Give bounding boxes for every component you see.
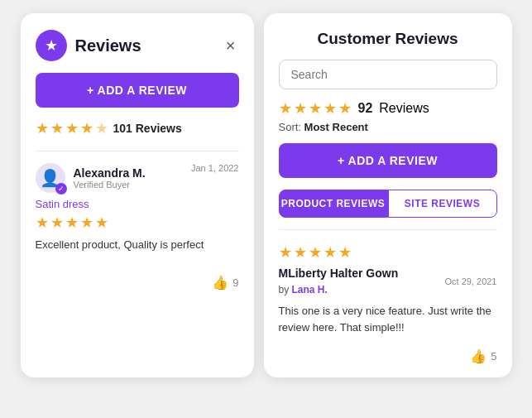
star-5-half: ★ bbox=[95, 119, 108, 137]
right-thumbs-up-icon[interactable]: 👍 bbox=[470, 348, 486, 364]
search-input[interactable] bbox=[279, 60, 497, 89]
left-stars: ★ ★ ★ ★ ★ bbox=[36, 119, 108, 137]
left-avatar: 👤 ✓ bbox=[36, 163, 65, 193]
r-star-5: ★ bbox=[95, 214, 108, 232]
right-card: Customer Reviews ★ ★ ★ ★ ★ 92 Reviews So… bbox=[264, 13, 512, 377]
rr-star-4: ★ bbox=[324, 243, 337, 262]
rr-star-2: ★ bbox=[294, 243, 307, 262]
left-card: ★ Reviews × + ADD A REVIEW ★ ★ ★ ★ ★ 101… bbox=[21, 13, 254, 377]
right-product-info: MLiberty Halter Gown by Lana H. bbox=[279, 267, 399, 296]
star-3: ★ bbox=[65, 119, 79, 137]
star-1: ★ bbox=[36, 119, 49, 137]
right-stars: ★ ★ ★ ★ ★ bbox=[279, 99, 352, 118]
left-review-count: 101 Reviews bbox=[113, 122, 182, 135]
left-thumbs-row: 👍 9 bbox=[36, 275, 239, 291]
right-thumbs-row: 👍 5 bbox=[279, 348, 497, 364]
star-2: ★ bbox=[50, 119, 64, 137]
right-product-name: MLiberty Halter Gown bbox=[279, 267, 399, 280]
right-card-title: Customer Reviews bbox=[279, 30, 497, 48]
left-thumbs-count: 9 bbox=[232, 276, 238, 289]
right-star-1: ★ bbox=[279, 99, 292, 118]
tab-product-reviews[interactable]: PRODUCT REVIEWS bbox=[279, 190, 388, 218]
left-card-header: ★ Reviews × bbox=[36, 30, 239, 61]
left-review-stars: ★ ★ ★ ★ ★ bbox=[36, 214, 239, 232]
r-star-3: ★ bbox=[65, 214, 79, 232]
rr-star-5: ★ bbox=[338, 243, 352, 262]
r-star-2: ★ bbox=[50, 214, 64, 232]
right-star-3: ★ bbox=[309, 99, 322, 118]
right-reviewer-byline: by Lana H. bbox=[279, 284, 328, 295]
right-review-text: This one is a very nice feature. Just wr… bbox=[279, 303, 497, 335]
r-star-1: ★ bbox=[36, 214, 49, 232]
left-divider bbox=[36, 151, 239, 151]
left-review-text: Excellent product, Quality is perfect bbox=[36, 237, 239, 253]
right-review-date: Oct 29, 2021 bbox=[445, 276, 497, 286]
add-review-button-left[interactable]: + ADD A REVIEW bbox=[36, 73, 239, 108]
close-button[interactable]: × bbox=[223, 36, 239, 55]
right-thumbs-count: 5 bbox=[491, 350, 496, 363]
left-card-title: Reviews bbox=[75, 36, 141, 55]
right-sort-row: Sort: Most Recent bbox=[279, 121, 497, 133]
left-review-date: Jan 1, 2022 bbox=[191, 163, 239, 173]
right-review-count-bold: 92 bbox=[358, 101, 373, 116]
by-label: by bbox=[279, 284, 290, 295]
header-title-group: ★ Reviews bbox=[36, 30, 141, 61]
left-verified-label: Verified Buyer bbox=[74, 180, 146, 190]
right-review-card: ★ ★ ★ ★ ★ MLiberty Halter Gown by Lana H… bbox=[279, 243, 497, 335]
rr-star-3: ★ bbox=[309, 243, 322, 262]
right-review-label: Reviews bbox=[379, 101, 429, 116]
thumbs-up-icon[interactable]: 👍 bbox=[212, 275, 228, 291]
left-product-link[interactable]: Satin dress bbox=[36, 198, 239, 210]
right-reviewer-name: Lana H. bbox=[292, 284, 328, 295]
right-star-4: ★ bbox=[324, 99, 337, 118]
sort-label: Sort: bbox=[279, 121, 301, 133]
tab-site-reviews[interactable]: SITE REVIEWS bbox=[388, 190, 497, 218]
add-review-button-right[interactable]: + ADD A REVIEW bbox=[279, 143, 497, 178]
left-reviewer-text: Alexandra M. Verified Buyer bbox=[74, 166, 146, 190]
sort-value: Most Recent bbox=[304, 121, 368, 133]
left-review-header: 👤 ✓ Alexandra M. Verified Buyer Jan 1, 2… bbox=[36, 163, 239, 193]
main-container: ★ Reviews × + ADD A REVIEW ★ ★ ★ ★ ★ 101… bbox=[0, 0, 532, 418]
right-rating-row: ★ ★ ★ ★ ★ 92 Reviews bbox=[279, 99, 497, 118]
left-rating-row: ★ ★ ★ ★ ★ 101 Reviews bbox=[36, 119, 239, 137]
tab-row: PRODUCT REVIEWS SITE REVIEWS bbox=[279, 190, 497, 230]
right-star-2: ★ bbox=[294, 99, 307, 118]
left-reviewer-name: Alexandra M. bbox=[74, 166, 146, 180]
rr-star-1: ★ bbox=[279, 243, 292, 262]
left-review-card: 👤 ✓ Alexandra M. Verified Buyer Jan 1, 2… bbox=[36, 163, 239, 262]
left-reviewer-info: 👤 ✓ Alexandra M. Verified Buyer bbox=[36, 163, 146, 193]
right-review-meta: MLiberty Halter Gown by Lana H. Oct 29, … bbox=[279, 267, 497, 296]
star-badge-icon: ★ bbox=[36, 30, 67, 61]
right-star-5: ★ bbox=[338, 99, 352, 118]
star-4: ★ bbox=[80, 119, 93, 137]
right-review-stars: ★ ★ ★ ★ ★ bbox=[279, 243, 497, 262]
verified-badge-icon: ✓ bbox=[55, 183, 67, 195]
r-star-4: ★ bbox=[80, 214, 93, 232]
